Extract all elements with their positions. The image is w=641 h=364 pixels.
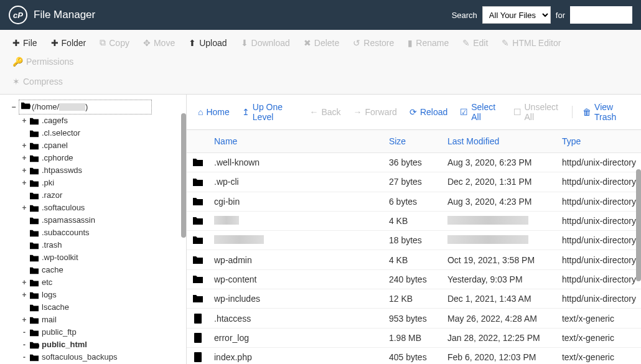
col-name[interactable]: Name: [209, 130, 384, 153]
search-scope-select[interactable]: All Your Files: [482, 6, 551, 24]
plus-icon: ✚: [12, 38, 20, 48]
cell-size: 12 KB: [384, 289, 442, 309]
table-row[interactable]: error_log1.98 MBJan 28, 2022, 12:25 PMte…: [187, 328, 641, 347]
tree-item[interactable]: +etc: [19, 276, 186, 289]
tree-item[interactable]: +logs: [19, 289, 186, 301]
home-button[interactable]: ⌂Home: [193, 105, 235, 119]
delete-button[interactable]: ✖Delete: [297, 34, 345, 52]
key-icon: 🔑: [12, 57, 23, 67]
folder-closed-icon: [29, 191, 39, 200]
tree-item[interactable]: +.htpasswds: [19, 164, 186, 177]
search-label: Search: [452, 11, 477, 20]
table-row[interactable]: .well-known36 bytesAug 3, 2020, 6:23 PMh…: [187, 153, 641, 172]
tree-toggler[interactable]: -: [21, 338, 28, 351]
tree-item[interactable]: -public_ftp: [19, 326, 186, 338]
tree-scrollbar[interactable]: [181, 113, 186, 238]
upload-button[interactable]: ⬆Upload: [182, 34, 233, 52]
restore-button[interactable]: ↺Restore: [347, 34, 400, 52]
tree-toggler[interactable]: +: [21, 139, 28, 152]
upload-icon: ⬆: [189, 38, 196, 48]
uncheck-icon: ☐: [513, 107, 522, 117]
cell-name: wp-includes: [209, 289, 384, 309]
file-icon: [192, 352, 204, 363]
cell-name: [209, 231, 384, 250]
table-row[interactable]: wp-content240 bytesYesterday, 9:03 PMhtt…: [187, 269, 641, 289]
tree-toggler[interactable]: +: [21, 276, 28, 289]
cell-modified: Dec 1, 2021, 1:43 AM: [442, 289, 557, 309]
tree-toggler[interactable]: +: [21, 164, 28, 177]
up-one-level-button[interactable]: ↥Up One Level: [237, 100, 302, 124]
download-button[interactable]: ⬇Download: [235, 34, 296, 52]
move-button[interactable]: ✥Move: [137, 34, 181, 52]
table-row[interactable]: .htaccess953 bytesMay 26, 2022, 4:28 AMt…: [187, 309, 641, 328]
tree-item[interactable]: -softaculous_backups: [19, 351, 186, 363]
table-row[interactable]: 4 KBhttpd/unix-directory: [187, 211, 641, 230]
tree-item[interactable]: +lscache: [19, 301, 186, 314]
tree-toggler[interactable]: +: [21, 177, 28, 189]
tree-toggler[interactable]: +: [21, 152, 28, 164]
folder-closed-icon: [29, 129, 39, 138]
html-editor-button[interactable]: ✎HTML Editor: [495, 34, 567, 52]
col-type[interactable]: Type: [557, 130, 641, 153]
tree-item-label: .htpasswds: [40, 164, 83, 177]
edit-button[interactable]: ✎Edit: [456, 34, 494, 52]
tree-item[interactable]: +.cagefs: [19, 114, 186, 127]
tree-item[interactable]: +mail: [19, 314, 186, 326]
reload-button[interactable]: ⟳Reload: [405, 105, 452, 119]
copy-button[interactable]: ⧉Copy: [93, 34, 136, 52]
rename-button[interactable]: ▮Rename: [401, 34, 455, 52]
select-all-button[interactable]: ☑Select All: [455, 100, 505, 124]
tree-item[interactable]: +.cpanel: [19, 139, 186, 152]
permissions-button[interactable]: 🔑Permissions: [6, 53, 80, 70]
tree-toggler[interactable]: -: [21, 351, 28, 363]
tree-toggler[interactable]: −: [10, 101, 17, 113]
tree-item[interactable]: +.razor: [19, 189, 186, 202]
content-scrollbar[interactable]: [636, 169, 641, 281]
tree-item[interactable]: +.softaculous: [19, 202, 186, 214]
table-row[interactable]: cgi-bin6 bytesAug 3, 2020, 4:23 PMhttpd/…: [187, 192, 641, 211]
tree-item-label: softaculous_backups: [40, 351, 118, 363]
back-button[interactable]: ←Back: [304, 105, 345, 119]
tree-toggler[interactable]: +: [21, 314, 28, 326]
new-file-button[interactable]: ✚File: [6, 34, 44, 52]
unselect-all-button[interactable]: ☐Unselect All: [508, 100, 568, 124]
compress-icon: ✶: [12, 77, 20, 86]
cell-modified: Jan 28, 2022, 12:25 PM: [442, 328, 557, 347]
folder-closed-icon: [29, 315, 39, 324]
folder-icon: [192, 293, 204, 304]
new-folder-button[interactable]: ✚Folder: [45, 34, 93, 52]
tree-item[interactable]: -public_html: [19, 338, 186, 351]
col-modified[interactable]: Last Modified: [442, 130, 557, 153]
table-row[interactable]: wp-includes12 KBDec 1, 2021, 1:43 AMhttp…: [187, 289, 641, 309]
tree-item[interactable]: +.cphorde: [19, 152, 186, 164]
table-row[interactable]: index.php405 bytesFeb 6, 2020, 12:03 PMt…: [187, 347, 641, 364]
table-row[interactable]: wp-admin4 KBOct 19, 2021, 3:58 PMhttpd/u…: [187, 250, 641, 269]
cell-type: text/x-generic: [557, 328, 641, 347]
cell-size: 240 bytes: [384, 269, 442, 289]
col-size[interactable]: Size: [384, 130, 442, 153]
tree-toggler[interactable]: +: [21, 289, 28, 301]
tree-root[interactable]: (/home/): [19, 100, 152, 114]
view-trash-button[interactable]: 🗑View Trash: [578, 100, 635, 124]
tree-item-label: .subaccounts: [40, 226, 91, 239]
folder-closed-icon: [29, 166, 39, 175]
table-row[interactable]: .wp-cli27 bytesDec 2, 2020, 1:31 PMhttpd…: [187, 172, 641, 192]
tree-toggler[interactable]: -: [21, 326, 28, 338]
tree-item[interactable]: +.trash: [19, 239, 186, 251]
tree-item[interactable]: +.spamassassin: [19, 214, 186, 226]
cell-size: 36 bytes: [384, 153, 442, 172]
tree-toggler[interactable]: +: [21, 114, 28, 127]
tree-item[interactable]: +.wp-toolkit: [19, 251, 186, 264]
search-input[interactable]: [570, 6, 632, 24]
folder-closed-icon: [29, 179, 39, 187]
folder-closed-icon: [29, 241, 39, 250]
col-icon[interactable]: [187, 130, 209, 153]
forward-button[interactable]: →Forward: [349, 105, 402, 119]
tree-item[interactable]: +cache: [19, 264, 186, 276]
tree-item[interactable]: +.cl.selector: [19, 127, 186, 139]
tree-item[interactable]: +.pki: [19, 177, 186, 189]
tree-item[interactable]: +.subaccounts: [19, 226, 186, 239]
tree-toggler[interactable]: +: [21, 202, 28, 214]
compress-button[interactable]: ✶Compress: [6, 73, 69, 90]
table-row[interactable]: 18 byteshttpd/unix-directory: [187, 231, 641, 250]
